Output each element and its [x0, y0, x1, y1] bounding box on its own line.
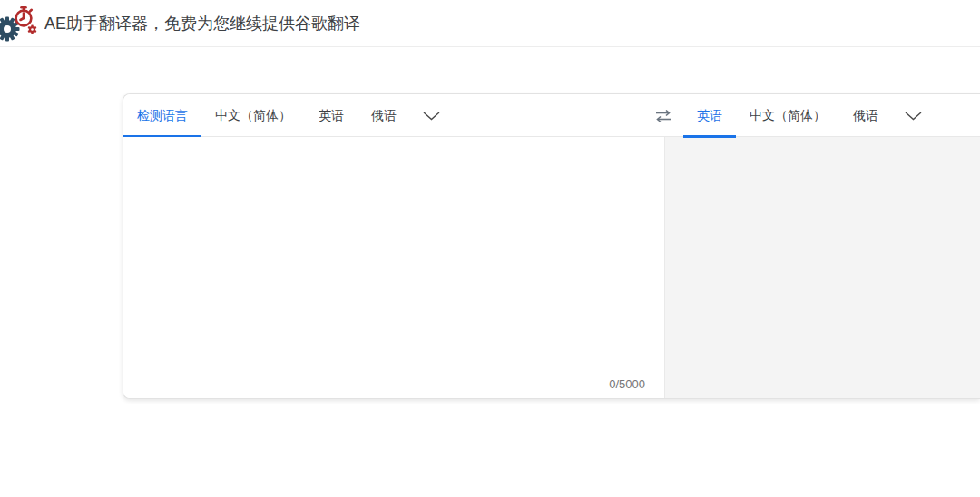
translation-output	[664, 137, 980, 398]
target-language-dropdown[interactable]	[892, 94, 935, 137]
gear-stopwatch-logo-icon	[0, 5, 39, 44]
tab-source-detect-language[interactable]: 检测语言	[123, 94, 201, 137]
translator-card: 检测语言 中文（简体） 英语 俄语 英语 中文（简体）	[122, 93, 980, 399]
tab-target-russian[interactable]: 俄语	[839, 94, 892, 137]
source-text-input[interactable]	[123, 137, 664, 398]
source-language-tabs: 检测语言 中文（简体） 英语 俄语	[123, 94, 453, 137]
tab-source-russian[interactable]: 俄语	[358, 94, 410, 137]
app-header: AE助手翻译器，免费为您继续提供谷歌翻译	[0, 0, 980, 47]
language-tabbar: 检测语言 中文（简体） 英语 俄语 英语 中文（简体）	[123, 94, 980, 137]
source-pane: 0/5000	[123, 137, 664, 398]
swap-languages-button[interactable]	[646, 94, 681, 137]
app-title: AE助手翻译器，免费为您继续提供谷歌翻译	[44, 13, 360, 34]
target-language-tabs: 英语 中文（简体） 俄语	[683, 94, 935, 137]
source-language-dropdown[interactable]	[410, 94, 453, 137]
translation-panes: 0/5000	[123, 137, 980, 398]
chevron-down-icon	[905, 112, 922, 121]
char-counter: 0/5000	[609, 377, 645, 391]
swap-horizontal-icon	[655, 109, 671, 123]
chevron-down-icon	[423, 112, 440, 121]
tab-source-english[interactable]: 英语	[305, 94, 358, 137]
tab-target-chinese-simplified[interactable]: 中文（简体）	[736, 94, 839, 137]
tab-source-chinese-simplified[interactable]: 中文（简体）	[201, 94, 305, 137]
tab-target-english[interactable]: 英语	[683, 94, 736, 137]
